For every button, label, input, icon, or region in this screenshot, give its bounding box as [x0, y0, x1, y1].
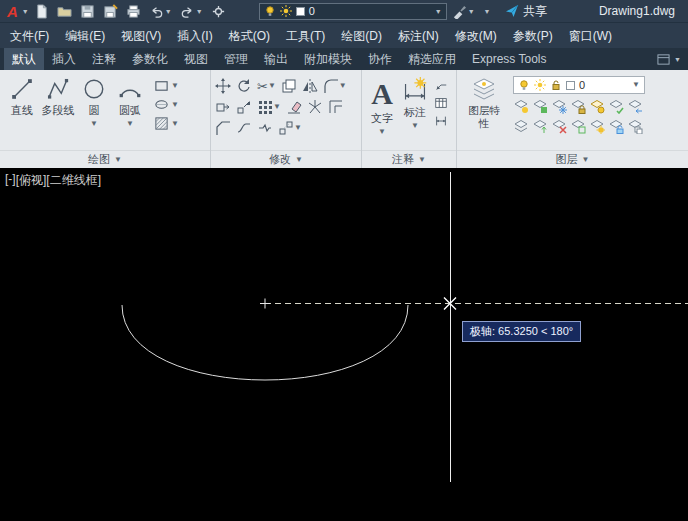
scale-tool[interactable]	[236, 99, 252, 115]
text-tool[interactable]: A 文字 ▼	[366, 73, 398, 150]
erase-tool[interactable]	[286, 99, 302, 115]
annotation-panel-label: 注释	[392, 152, 414, 167]
titlebar-layer-combobox[interactable]: 0 ▼	[259, 3, 447, 20]
layer-merge-tool[interactable]	[532, 118, 548, 134]
copy-tool[interactable]	[281, 78, 297, 94]
circle-caret-down-icon[interactable]: ▼	[90, 120, 98, 128]
tab-featured-apps[interactable]: 精选应用	[400, 48, 464, 70]
menu-view[interactable]: 视图(V)	[113, 23, 169, 49]
layer-copy-tool[interactable]	[627, 118, 643, 134]
ribbon-display-options[interactable]: ▼	[650, 48, 688, 70]
tab-view[interactable]: 视图	[176, 48, 216, 70]
layers-panel-footer[interactable]: 图层 ▼	[457, 150, 688, 168]
open-folder-button[interactable]	[54, 2, 75, 20]
menu-draw[interactable]: 绘图(D)	[333, 23, 390, 49]
tab-parametric[interactable]: 参数化	[124, 48, 176, 70]
match-caret-down-icon[interactable]: ▼	[468, 8, 475, 15]
draw-panel-footer[interactable]: 绘图 ▼	[0, 150, 210, 168]
blend-tool[interactable]	[236, 120, 252, 136]
table-tool[interactable]	[434, 96, 448, 110]
tab-home[interactable]: 默认	[4, 48, 44, 70]
polyline-tool[interactable]: 多段线	[40, 73, 76, 150]
linear-dim-tool[interactable]	[434, 114, 448, 128]
menu-file[interactable]: 文件(F)	[2, 23, 57, 49]
viewport-view-control[interactable]: [俯视]	[16, 172, 47, 189]
layer-previous-tool[interactable]	[627, 98, 643, 114]
arc-tool[interactable]: 圆弧 ▼	[112, 73, 148, 150]
workspace-button[interactable]	[208, 2, 229, 20]
tab-collaborate[interactable]: 协作	[360, 48, 400, 70]
tab-addins[interactable]: 附加模块	[296, 48, 360, 70]
logo-caret-down-icon[interactable]: ▼	[22, 8, 29, 15]
fillet-tool[interactable]: ▼	[323, 78, 347, 94]
ellipse-tool[interactable]: ▼	[154, 97, 179, 112]
match-properties-button[interactable]: ▼	[449, 2, 478, 20]
tab-insert[interactable]: 插入	[44, 48, 84, 70]
leader-tool[interactable]	[434, 78, 448, 92]
save-as-button[interactable]	[100, 2, 121, 20]
drawing-canvas[interactable]	[0, 168, 688, 521]
modify-panel-footer[interactable]: 修改 ▼	[211, 150, 361, 168]
text-caret-down-icon[interactable]: ▼	[378, 128, 386, 136]
mirror-tool[interactable]	[302, 78, 318, 94]
menu-modify[interactable]: 修改(M)	[447, 23, 505, 49]
redo-caret-down-icon[interactable]: ▼	[196, 8, 203, 15]
layer-thaw-tool[interactable]	[589, 118, 605, 134]
layer-walk-tool[interactable]	[513, 118, 529, 134]
viewport-visual-style-control[interactable]: [二维线框]	[46, 172, 101, 189]
menu-format[interactable]: 格式(O)	[221, 23, 278, 49]
share-button[interactable]: 共享	[505, 3, 547, 20]
line-tool[interactable]: 直线	[4, 73, 40, 150]
autocad-logo[interactable]: A	[5, 4, 20, 19]
layer-on-tool[interactable]	[589, 98, 605, 114]
move-tool[interactable]	[215, 78, 231, 94]
new-file-button[interactable]	[31, 2, 52, 20]
layer-unlock-tool[interactable]	[608, 118, 624, 134]
annotation-panel-footer[interactable]: 注释 ▼	[362, 150, 456, 168]
dimension-tool[interactable]: 标注 ▼	[398, 73, 432, 150]
layer-match-tool[interactable]	[608, 98, 624, 114]
menu-tools[interactable]: 工具(T)	[278, 23, 333, 49]
hatch-tool[interactable]: ▼	[154, 116, 179, 131]
layer-unisolate-tool[interactable]	[570, 118, 586, 134]
layer-isolate-tool[interactable]	[532, 98, 548, 114]
layer-freeze-tool[interactable]	[551, 98, 567, 114]
arc-caret-down-icon[interactable]: ▼	[126, 120, 134, 128]
layer-lock-tool[interactable]	[570, 98, 586, 114]
tab-annotate[interactable]: 注释	[84, 48, 124, 70]
menu-dimension[interactable]: 标注(N)	[390, 23, 447, 49]
layer-delete-tool[interactable]	[551, 118, 567, 134]
layer-properties-button[interactable]: 图层特性	[461, 73, 507, 150]
undo-button[interactable]: ▼	[146, 2, 175, 20]
offset-tool[interactable]	[328, 99, 344, 115]
break-tool[interactable]	[257, 120, 273, 136]
viewport-menu-control[interactable]: [-]	[5, 172, 16, 189]
rotate-tool[interactable]	[236, 78, 252, 94]
redo-button[interactable]: ▼	[177, 2, 206, 20]
layer-combo-caret-icon[interactable]: ▼	[632, 81, 640, 89]
stretch-tool[interactable]	[215, 99, 231, 115]
menu-parametric[interactable]: 参数(P)	[505, 23, 561, 49]
save-button[interactable]	[77, 2, 98, 20]
align-tool[interactable]: ▼	[278, 120, 302, 136]
qat-customize-caret-icon[interactable]: ▼	[484, 8, 491, 15]
tab-manage[interactable]: 管理	[216, 48, 256, 70]
menu-edit[interactable]: 编辑(E)	[57, 23, 113, 49]
array-tool[interactable]: ▼	[257, 99, 281, 115]
circle-tool[interactable]: 圆 ▼	[76, 73, 112, 150]
chamfer-tool[interactable]	[215, 120, 231, 136]
drawing-viewport[interactable]: [-] [俯视] [二维线框] 极轴: 65.3250 < 180°	[0, 168, 688, 521]
trim-tool[interactable]: ✂▼	[257, 79, 276, 94]
tab-express-tools[interactable]: Express Tools	[464, 48, 554, 70]
print-button[interactable]	[123, 2, 144, 20]
menu-window[interactable]: 窗口(W)	[561, 23, 620, 49]
tab-output[interactable]: 输出	[256, 48, 296, 70]
layer-combobox[interactable]: 0 ▼	[513, 76, 645, 94]
undo-caret-down-icon[interactable]: ▼	[165, 8, 172, 15]
dimension-caret-down-icon[interactable]: ▼	[411, 122, 419, 130]
menu-insert[interactable]: 插入(I)	[169, 23, 220, 49]
rectangle-tool[interactable]: ▼	[154, 78, 179, 93]
layer-off-tool[interactable]	[513, 98, 529, 114]
combo-caret-down-icon[interactable]: ▼	[435, 8, 442, 15]
explode-tool[interactable]	[307, 99, 323, 115]
